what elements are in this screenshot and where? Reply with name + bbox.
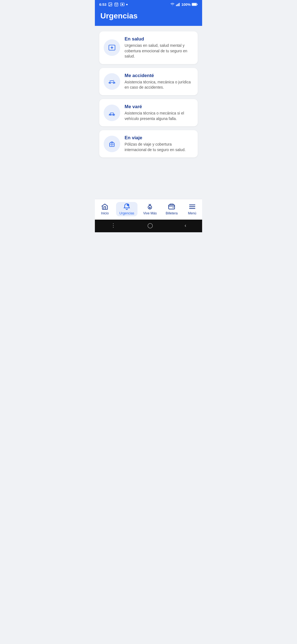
page-title: Urgencias bbox=[100, 12, 197, 20]
svg-rect-10 bbox=[177, 4, 177, 6]
nav-label-urgencias: Urgencias bbox=[119, 211, 134, 215]
svg-rect-9 bbox=[176, 5, 177, 6]
svg-text:21: 21 bbox=[116, 5, 117, 6]
me-accidente-title: Me accidenté bbox=[125, 73, 193, 78]
travel-icon bbox=[108, 140, 116, 148]
en-viaje-desc: Pólizas de viaje y cobertura internacion… bbox=[125, 142, 193, 152]
svg-point-31 bbox=[173, 207, 174, 208]
accident-icon bbox=[108, 77, 116, 86]
svg-point-8 bbox=[122, 4, 123, 5]
me-accidente-text: Me accidenté Asistencia técnica, mecánic… bbox=[125, 73, 193, 90]
nav-item-menu[interactable]: Menú bbox=[183, 202, 201, 216]
svg-text:!: ! bbox=[127, 204, 128, 206]
en-viaje-title: En viaje bbox=[125, 135, 193, 141]
svg-rect-12 bbox=[179, 3, 180, 6]
screen-record-icon bbox=[120, 2, 125, 7]
health-icon bbox=[108, 43, 116, 52]
status-bar: 6:53 21 100% bbox=[95, 0, 202, 8]
card-en-viaje[interactable]: En viaje Pólizas de viaje y cobertura in… bbox=[99, 130, 198, 157]
svg-rect-15 bbox=[197, 4, 198, 5]
me-accidente-icon-container bbox=[104, 73, 120, 90]
svg-rect-14 bbox=[192, 3, 196, 6]
dot-indicator bbox=[126, 4, 128, 5]
recent-apps-button[interactable]: ⋮ bbox=[111, 222, 116, 228]
svg-rect-30 bbox=[169, 205, 175, 209]
nav-label-menu: Menú bbox=[188, 211, 196, 215]
status-left: 6:53 21 bbox=[99, 2, 128, 7]
nav-label-vive-mas: Vive Más bbox=[143, 211, 157, 215]
status-right: 100% bbox=[170, 2, 198, 7]
nav-item-urgencias[interactable]: ! Urgencias bbox=[116, 202, 138, 216]
system-nav-bar: ⋮ ◯ ‹ bbox=[95, 220, 202, 232]
me-vare-title: Me varé bbox=[125, 104, 193, 110]
svg-rect-11 bbox=[178, 4, 178, 6]
svg-point-1 bbox=[109, 4, 110, 4]
card-me-accidente[interactable]: Me accidenté Asistencia técnica, mecánic… bbox=[99, 68, 198, 95]
calendar-icon: 21 bbox=[114, 2, 119, 7]
me-accidente-desc: Asistencia técnica, mecánica o jurídica … bbox=[125, 80, 193, 90]
billetera-icon bbox=[168, 203, 175, 210]
bottom-nav: Inicio ! Urgencias Vive Más Billetera bbox=[95, 199, 202, 220]
time-display: 6:53 bbox=[99, 2, 106, 7]
wifi-icon bbox=[170, 2, 175, 6]
gallery-icon bbox=[108, 2, 112, 7]
svg-point-20 bbox=[113, 83, 114, 84]
card-en-salud[interactable]: En salud Urgencias en salud, salud menta… bbox=[99, 31, 198, 64]
card-me-vare[interactable]: Me varé Asistencia técnica o mecánica si… bbox=[99, 99, 198, 126]
page-header: Urgencias bbox=[95, 8, 202, 26]
me-vare-desc: Asistencia técnica o mecánica si el vehí… bbox=[125, 111, 193, 121]
home-icon bbox=[101, 203, 108, 210]
en-salud-icon-container bbox=[104, 39, 120, 56]
en-viaje-text: En viaje Pólizas de viaje y cobertura in… bbox=[125, 135, 193, 152]
back-button[interactable]: ‹ bbox=[185, 223, 186, 228]
me-vare-text: Me varé Asistencia técnica o mecánica si… bbox=[125, 104, 193, 121]
svg-point-22 bbox=[113, 114, 114, 115]
nav-item-vive-mas[interactable]: Vive Más bbox=[140, 202, 160, 216]
me-vare-icon-container bbox=[104, 105, 120, 121]
main-content: En salud Urgencias en salud, salud menta… bbox=[95, 26, 202, 199]
urgencias-icon: ! bbox=[123, 203, 130, 210]
en-salud-title: En salud bbox=[125, 36, 193, 42]
battery-percent: 100% bbox=[182, 2, 191, 7]
en-viaje-icon-container bbox=[104, 136, 120, 152]
nav-item-inicio[interactable]: Inicio bbox=[96, 202, 114, 216]
en-salud-text: En salud Urgencias en salud, salud menta… bbox=[125, 36, 193, 59]
nav-item-billetera[interactable]: Billetera bbox=[163, 202, 181, 216]
nav-label-inicio: Inicio bbox=[101, 211, 109, 215]
svg-point-19 bbox=[110, 83, 111, 84]
home-button[interactable]: ◯ bbox=[147, 222, 153, 228]
svg-line-23 bbox=[109, 115, 115, 116]
nav-label-billetera: Billetera bbox=[166, 211, 178, 215]
menu-icon bbox=[189, 203, 196, 210]
en-salud-desc: Urgencias en salud, salud mental y cober… bbox=[125, 43, 193, 59]
vive-mas-icon bbox=[146, 203, 153, 210]
breakdown-icon bbox=[108, 109, 116, 117]
battery-icon bbox=[192, 3, 198, 6]
signal-icon bbox=[176, 2, 180, 6]
